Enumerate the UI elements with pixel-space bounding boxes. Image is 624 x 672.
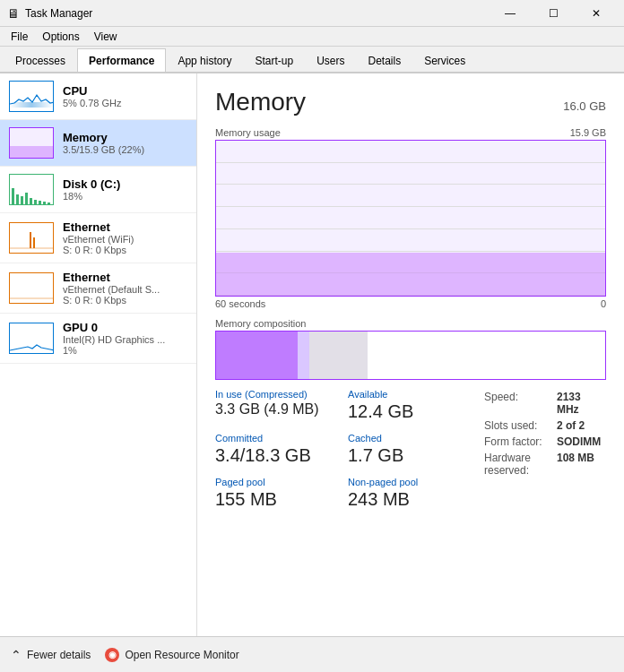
grid-line-1 [216,141,605,163]
title-bar: 🖥 Task Manager — ☐ ✕ [0,0,624,27]
disk-name: Disk 0 (C:) [63,177,187,191]
memory-usage-chart [215,140,606,297]
svg-rect-4 [30,198,32,204]
chart-label: Memory usage [215,127,281,138]
svg-rect-0 [12,188,14,204]
comp-free [368,332,605,379]
grid-line-2 [216,163,605,185]
sidebar-item-memory[interactable]: Memory 3.5/15.9 GB (22%) [0,120,196,167]
cached-label: Cached [348,433,473,444]
panel-header: Memory 16.0 GB [215,88,606,116]
chevron-icon: ⌃ [11,648,22,662]
panel-title: Memory [215,88,306,116]
tab-performance[interactable]: Performance [77,48,166,72]
nonpaged-value: 243 MB [348,489,473,510]
memory-detail: 3.5/15.9 GB (22%) [63,144,187,155]
hwres-label: Hardware reserved: [481,450,553,478]
tab-startup[interactable]: Start-up [243,48,305,72]
in-use-label: In use (Compressed) [215,389,341,400]
svg-rect-3 [25,193,28,204]
gpu-thumbnail [9,323,54,354]
tab-details[interactable]: Details [356,48,412,72]
disk-detail: 18% [63,191,187,202]
available-label: Available [348,389,473,400]
svg-rect-5 [34,200,37,204]
svg-rect-1 [16,194,19,204]
hwres-value: 108 MB [553,450,606,478]
speed-row: Speed: 2133 MHz [481,389,606,418]
fewer-details-button[interactable]: ⌃ Fewer details [11,648,91,662]
form-value: SODIMM [553,434,606,450]
ethernet1-thumbnail [9,222,54,254]
cpu-detail: 5% 0.78 GHz [63,98,187,108]
memory-comp-chart [215,331,606,380]
svg-rect-2 [21,196,23,204]
memory-name: Memory [63,131,187,144]
ethernet2-thumbnail [9,272,54,304]
stat-paged: Paged pool 155 MB [215,477,341,510]
menu-view[interactable]: View [87,29,125,45]
memory-comp-section: Memory composition [215,318,606,380]
tab-users[interactable]: Users [305,48,356,72]
ethernet2-speed: S: 0 R: 0 Kbps [63,295,187,306]
app-icon: 🖥 [7,6,20,21]
tab-app-history[interactable]: App history [166,48,243,72]
fewer-details-label: Fewer details [27,649,91,661]
svg-rect-7 [43,202,46,204]
open-resource-monitor-button[interactable]: ◉ Open Resource Monitor [105,648,238,662]
tab-services[interactable]: Services [412,48,477,72]
sidebar-item-disk[interactable]: Disk 0 (C:) 18% [0,167,196,213]
speed-label: Speed: [481,389,553,418]
stat-cached: Cached 1.7 GB [348,433,473,466]
available-value: 12.4 GB [348,401,473,422]
chart-label-row: Memory usage 15.9 GB [215,127,606,138]
cpu-name: CPU [63,84,187,98]
menu-options[interactable]: Options [35,29,86,45]
sidebar-item-gpu[interactable]: GPU 0 Intel(R) HD Graphics ... 1% [0,314,196,364]
disk-thumbnail [9,174,54,205]
close-button[interactable]: ✕ [576,0,617,27]
menu-bar: File Options View [0,27,624,47]
comp-label: Memory composition [215,318,306,329]
paged-label: Paged pool [215,477,341,487]
minimize-button[interactable]: — [490,0,531,27]
slots-value: 2 of 2 [553,418,606,434]
grid-line-5 [216,229,605,252]
sidebar: CPU 5% 0.78 GHz Memory 3.5/15.9 GB (22%) [0,73,197,636]
ethernet2-name: Ethernet [63,271,187,284]
cpu-thumbnail [9,81,54,112]
usage-area [216,253,605,296]
sidebar-item-ethernet1[interactable]: Ethernet vEthernet (WiFi) S: 0 R: 0 Kbps [0,213,196,263]
main-content: CPU 5% 0.78 GHz Memory 3.5/15.9 GB (22%) [0,73,624,636]
time-right: 0 [601,298,606,309]
panel-total: 16.0 GB [563,99,606,113]
ethernet2-detail: vEthernet (Default S... [63,284,187,295]
in-use-value: 3.3 GB (4.9 MB) [215,401,341,418]
stat-in-use: In use (Compressed) 3.3 GB (4.9 MB) [215,389,341,422]
chart-max: 15.9 GB [570,127,606,138]
cpu-info: CPU 5% 0.78 GHz [63,84,187,108]
stat-nonpaged: Non-paged pool 243 MB [348,477,473,510]
ethernet1-detail: vEthernet (WiFi) [63,234,187,245]
disk-info: Disk 0 (C:) 18% [63,177,187,202]
stat-available: Available 12.4 GB [348,389,473,422]
maximize-button[interactable]: ☐ [533,0,574,27]
cached-value: 1.7 GB [348,445,473,466]
right-stats-table: Speed: 2133 MHz Slots used: 2 of 2 Form … [481,389,606,478]
ethernet1-info: Ethernet vEthernet (WiFi) S: 0 R: 0 Kbps [63,220,187,255]
menu-file[interactable]: File [4,29,35,45]
sidebar-item-cpu[interactable]: CPU 5% 0.78 GHz [0,73,196,120]
svg-rect-6 [39,201,41,204]
slots-row: Slots used: 2 of 2 [481,418,606,434]
right-stats: Speed: 2133 MHz Slots used: 2 of 2 Form … [481,389,606,510]
comp-in-use [216,332,298,379]
comp-chart-inner [216,332,605,379]
form-label: Form factor: [481,434,553,450]
nonpaged-label: Non-paged pool [348,477,473,487]
tab-processes[interactable]: Processes [4,48,77,72]
gpu-name: GPU 0 [63,321,187,334]
gpu-usage: 1% [63,345,187,356]
window-title: Task Manager [25,7,490,20]
resource-monitor-icon: ◉ [105,648,119,662]
sidebar-item-ethernet2[interactable]: Ethernet vEthernet (Default S... S: 0 R:… [0,263,196,314]
